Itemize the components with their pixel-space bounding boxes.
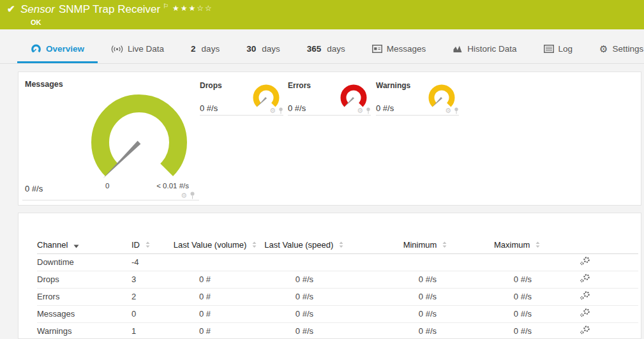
historic-data-icon — [453, 45, 463, 53]
flag-icon[interactable]: ⚐ — [163, 3, 168, 10]
cell-minimum: 0 #/s — [354, 305, 468, 322]
cell-channel: Warnings — [37, 322, 131, 339]
gauge-icon — [31, 43, 41, 54]
gauge-value: 0 #/s — [376, 103, 394, 113]
channel-settings-icon[interactable] — [580, 257, 590, 267]
tab-overview[interactable]: Overview — [17, 38, 98, 63]
gauge-settings-gear-icon[interactable]: ⚙ — [445, 107, 451, 114]
table-row-warnings[interactable]: Warnings 1 0 # 0 #/s 0 #/s 0 #/s — [37, 322, 638, 339]
column-header-last-value-speed[interactable]: Last Value (speed) — [258, 236, 354, 253]
tab-label: Historic Data — [467, 44, 516, 54]
gauge-scale-min: 0 — [105, 182, 109, 190]
channel-settings-icon[interactable] — [580, 326, 590, 336]
column-header-minimum[interactable]: Minimum — [354, 236, 468, 253]
cell-last-value-speed: 0 #/s — [258, 322, 354, 339]
stars-empty[interactable]: ☆☆ — [197, 4, 213, 13]
page-title: SensorSNMP Trap Receiver⚐ — [20, 3, 168, 16]
pin-icon[interactable] — [454, 107, 459, 114]
column-label: Last Value (volume) — [174, 240, 247, 250]
pin-icon[interactable] — [366, 107, 371, 114]
channel-settings-icon[interactable] — [580, 308, 590, 319]
pin-icon[interactable] — [190, 192, 195, 199]
messages-icon — [372, 45, 382, 53]
cell-id: 3 — [131, 271, 171, 288]
cell-id: 0 — [131, 305, 171, 322]
tab-label: days — [202, 44, 220, 54]
live-data-icon — [111, 45, 123, 54]
cell-last-value-speed: 0 #/s — [258, 271, 354, 288]
sensor-name: SNMP Trap Receiver — [59, 3, 160, 15]
column-header-id[interactable]: ID — [131, 236, 171, 253]
sensor-status-bar: ✔ SensorSNMP Trap Receiver⚐ ★★★☆☆ OK — [0, 0, 644, 29]
tab-messages[interactable]: Messages — [359, 38, 440, 63]
gauge-warnings: Warnings 0 #/s ⚙ — [376, 81, 459, 116]
cell-last-value-speed: 0 #/s — [258, 288, 354, 305]
tab-label: Settings — [613, 44, 644, 54]
tab-label: days — [262, 44, 280, 54]
table-row-drops[interactable]: Drops 3 0 # 0 #/s 0 #/s 0 #/s — [37, 271, 638, 288]
sort-desc-icon — [73, 245, 79, 248]
gauge-title: Warnings — [376, 81, 410, 90]
tab-label: days — [327, 44, 345, 54]
tab-live-data[interactable]: Live Data — [98, 38, 177, 63]
tab-bar: Overview Live Data 2 days 30 days 365 da… — [0, 29, 644, 64]
column-header-actions — [571, 236, 638, 253]
cell-maximum: 0 #/s — [468, 322, 571, 339]
tab-log[interactable]: Log — [530, 38, 587, 63]
cell-channel: Messages — [37, 305, 131, 322]
tab-365-days[interactable]: 365 days — [294, 38, 359, 63]
cell-last-value-volume: 0 # — [171, 305, 258, 322]
cell-maximum: 0 #/s — [468, 271, 571, 288]
gauge-title: Drops — [200, 81, 222, 90]
channel-settings-icon[interactable] — [580, 291, 590, 302]
table-row-downtime[interactable]: Downtime -4 — [37, 253, 638, 271]
tab-label: Live Data — [128, 44, 164, 54]
tab-2-days[interactable]: 2 days — [177, 38, 233, 63]
gauge-settings-gear-icon[interactable]: ⚙ — [357, 107, 363, 114]
tab-day-count: 365 — [307, 44, 322, 54]
column-label: Maximum — [494, 240, 530, 250]
column-label: Channel — [37, 240, 68, 250]
table-row-errors[interactable]: Errors 2 0 # 0 #/s 0 #/s 0 #/s — [37, 288, 638, 305]
gauge-errors: Errors 0 #/s ⚙ — [288, 81, 371, 116]
table-header-row: Channel ID Last Value (volume) Last Valu… — [37, 236, 638, 253]
channel-settings-icon[interactable] — [580, 274, 590, 285]
cell-channel: Drops — [37, 271, 131, 288]
gauge-settings-gear-icon[interactable]: ⚙ — [269, 107, 276, 114]
cell-id: -4 — [131, 253, 171, 271]
gauge-title: Messages — [25, 80, 63, 89]
gauge-value: 0 #/s — [288, 103, 306, 113]
tab-historic-data[interactable]: Historic Data — [439, 38, 530, 63]
gauges-panel: Messages 0 < 0.01 #/s 0 #/s ⚙ Drops 0 #/… — [18, 72, 641, 206]
cell-maximum: 0 #/s — [468, 305, 571, 322]
tab-label: Overview — [46, 44, 84, 54]
cell-maximum: 0 #/s — [468, 288, 571, 305]
channels-panel: Channel ID Last Value (volume) Last Valu… — [18, 213, 641, 339]
gauge-settings-gear-icon[interactable]: ⚙ — [181, 192, 187, 199]
sort-icon — [252, 241, 257, 248]
sort-icon — [339, 241, 343, 248]
cell-last-value-speed — [258, 253, 354, 271]
stars-filled[interactable]: ★★★ — [172, 4, 197, 13]
tab-day-count: 30 — [246, 44, 256, 54]
tab-label: Log — [558, 44, 573, 54]
column-header-maximum[interactable]: Maximum — [468, 236, 571, 253]
column-header-channel[interactable]: Channel — [37, 236, 131, 253]
priority-stars[interactable]: ★★★☆☆ — [172, 4, 213, 13]
cell-last-value-speed: 0 #/s — [258, 305, 354, 322]
cell-channel: Downtime — [37, 253, 131, 271]
column-header-last-value-volume[interactable]: Last Value (volume) — [171, 236, 258, 253]
channel-table: Channel ID Last Value (volume) Last Valu… — [37, 236, 638, 339]
cell-minimum: 0 #/s — [354, 288, 468, 305]
sort-icon — [146, 241, 150, 248]
tab-30-days[interactable]: 30 days — [233, 38, 294, 63]
cell-minimum — [354, 253, 468, 271]
title-prefix: Sensor — [20, 3, 55, 15]
pin-icon[interactable] — [278, 107, 283, 114]
cell-last-value-volume — [171, 253, 258, 271]
table-row-messages[interactable]: Messages 0 0 # 0 #/s 0 #/s 0 #/s — [37, 305, 638, 322]
column-label: Last Value (speed) — [264, 240, 333, 250]
cell-minimum: 0 #/s — [354, 271, 468, 288]
tab-settings[interactable]: ⚙ Settings — [586, 38, 644, 63]
log-icon — [544, 45, 554, 53]
